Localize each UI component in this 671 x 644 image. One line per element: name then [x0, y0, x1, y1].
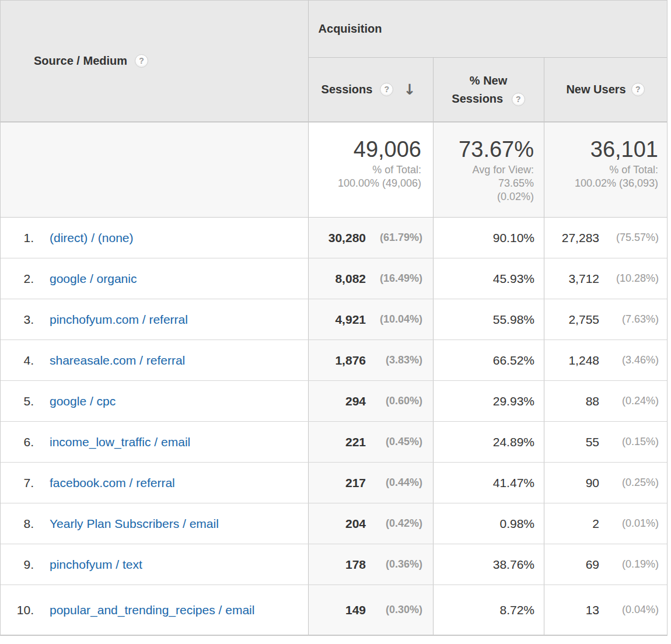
- help-icon[interactable]: ?: [512, 93, 525, 106]
- new-sessions-header-line1[interactable]: % New: [452, 72, 525, 90]
- source-medium-cell: 1. (direct) / (none): [1, 218, 308, 258]
- new-users-percent: (0.01%): [599, 517, 659, 530]
- summary-new-users-cell: 36,101 % of Total: 100.02% (36,093): [544, 123, 667, 217]
- source-medium-link[interactable]: google / cpc: [50, 393, 116, 409]
- new-users-value: 2,755: [568, 313, 599, 327]
- sessions-cell: 30,280 (61.79%): [308, 218, 433, 258]
- new-sessions-header-line2[interactable]: Sessions: [452, 92, 503, 105]
- sessions-cell: 204 (0.42%): [308, 503, 433, 544]
- sessions-header-label[interactable]: Sessions: [321, 83, 373, 96]
- table-row: 7. facebook.com / referral 217 (0.44%) 4…: [1, 463, 667, 503]
- help-icon[interactable]: ?: [135, 54, 148, 68]
- source-medium-cell: 9. pinchofyum / text: [1, 544, 308, 584]
- sessions-value: 4,921: [335, 313, 366, 327]
- sessions-cell: 178 (0.36%): [308, 544, 433, 584]
- new-users-header-label[interactable]: New Users: [566, 83, 625, 96]
- new-users-value: 69: [586, 558, 599, 572]
- sessions-value: 1,876: [335, 354, 366, 368]
- new-users-cell: 69 (0.19%): [544, 544, 667, 584]
- new-users-percent: (75.57%): [599, 232, 659, 244]
- new-users-percent: (0.24%): [599, 395, 659, 407]
- sessions-total: 49,006: [309, 137, 421, 162]
- sessions-percent: (16.49%): [366, 272, 422, 285]
- source-medium-link[interactable]: facebook.com / referral: [50, 475, 175, 491]
- column-header-new-users[interactable]: New Users ?: [544, 58, 667, 121]
- dimension-header-label[interactable]: Source / Medium: [34, 54, 127, 68]
- new-sessions-cell: 29.93%: [433, 381, 544, 421]
- table-row: 4. shareasale.com / referral 1,876 (3.83…: [1, 340, 667, 381]
- new-users-value: 3,712: [568, 272, 599, 286]
- sessions-value: 30,280: [328, 231, 366, 245]
- source-medium-link[interactable]: pinchofyum / text: [50, 556, 142, 572]
- new-users-cell: 2 (0.01%): [544, 503, 667, 544]
- sessions-percent: (0.60%): [366, 395, 422, 407]
- new-users-percent: (10.28%): [599, 272, 659, 285]
- sessions-cell: 4,921 (10.04%): [308, 299, 433, 340]
- new-sessions-cell: 41.47%: [433, 463, 544, 503]
- source-medium-cell: 6. income_low_traffic / email: [1, 422, 308, 462]
- new-users-value: 88: [586, 394, 599, 408]
- table-body: 1. (direct) / (none) 30,280 (61.79%) 90.…: [1, 218, 667, 635]
- new-sessions-average: 73.67%: [434, 137, 534, 162]
- source-medium-cell: 5. google / cpc: [1, 381, 308, 421]
- new-users-value: 27,283: [562, 231, 599, 245]
- new-users-value: 13: [586, 603, 599, 617]
- new-users-value: 1,248: [568, 354, 599, 368]
- new-sessions-cell: 24.89%: [433, 422, 544, 462]
- new-sessions-value: 90.10%: [493, 231, 534, 245]
- new-users-total: 36,101: [544, 137, 658, 162]
- sessions-value: 294: [345, 394, 366, 408]
- new-users-cell: 13 (0.04%): [544, 585, 667, 635]
- new-sessions-value: 24.89%: [493, 435, 534, 449]
- new-sessions-cell: 38.76%: [433, 544, 544, 584]
- new-users-cell: 55 (0.15%): [544, 422, 667, 462]
- row-rank: 2.: [1, 272, 34, 286]
- new-users-cell: 88 (0.24%): [544, 381, 667, 421]
- sessions-value: 217: [345, 476, 366, 490]
- table-row: 10. popular_and_trending_recipes / email…: [1, 585, 667, 635]
- row-rank: 5.: [1, 394, 34, 408]
- row-rank: 1.: [1, 231, 34, 245]
- column-header-new-sessions[interactable]: % New Sessions ?: [433, 58, 544, 121]
- sort-descending-icon[interactable]: ↓: [403, 82, 415, 97]
- source-medium-link[interactable]: pinchofyum.com / referral: [50, 312, 188, 327]
- sessions-percent: (0.36%): [366, 558, 422, 570]
- sessions-percent: (0.42%): [366, 517, 422, 530]
- new-users-cell: 1,248 (3.46%): [544, 340, 667, 380]
- sessions-value: 178: [345, 558, 366, 572]
- source-medium-link[interactable]: shareasale.com / referral: [50, 352, 185, 368]
- row-rank: 7.: [1, 476, 34, 490]
- source-medium-cell: 8. Yearly Plan Subscribers / email: [1, 503, 308, 544]
- source-medium-link[interactable]: (direct) / (none): [50, 230, 134, 246]
- sessions-cell: 1,876 (3.83%): [308, 340, 433, 380]
- new-sessions-avg-value: 73.65%: [434, 177, 534, 190]
- sessions-cell: 149 (0.30%): [308, 585, 433, 635]
- new-sessions-cell: 0.98%: [433, 503, 544, 544]
- new-sessions-cell: 8.72%: [433, 585, 544, 635]
- summary-new-sessions-cell: 73.67% Avg for View: 73.65% (0.02%): [433, 123, 544, 217]
- new-users-percent: (0.04%): [599, 604, 659, 616]
- new-sessions-value: 45.93%: [493, 272, 534, 286]
- table-row: 1. (direct) / (none) 30,280 (61.79%) 90.…: [1, 218, 667, 258]
- summary-dimension-cell: [1, 123, 308, 217]
- source-medium-link[interactable]: Yearly Plan Subscribers / email: [50, 516, 219, 531]
- sessions-percent: (0.30%): [366, 604, 422, 616]
- column-header-sessions[interactable]: Sessions ? ↓: [308, 58, 433, 121]
- new-sessions-value: 41.47%: [493, 476, 534, 490]
- acquisition-group-label: Acquisition: [319, 22, 382, 36]
- help-icon[interactable]: ?: [631, 83, 645, 96]
- sessions-percent: (61.79%): [366, 232, 422, 244]
- source-medium-link[interactable]: popular_and_trending_recipes / email: [50, 602, 254, 618]
- source-medium-link[interactable]: income_low_traffic / email: [50, 434, 190, 450]
- row-rank: 8.: [1, 517, 34, 531]
- table-header: Source / Medium ? Acquisition Sessions ?…: [1, 1, 667, 123]
- source-medium-link[interactable]: google / organic: [50, 271, 137, 286]
- sessions-total-caption: % of Total:: [309, 163, 421, 177]
- sessions-percent: (3.83%): [366, 354, 422, 366]
- help-icon[interactable]: ?: [380, 83, 393, 96]
- new-users-percent: (3.46%): [599, 354, 659, 366]
- sessions-percent: (0.45%): [366, 436, 422, 448]
- new-users-cell: 90 (0.25%): [544, 463, 667, 503]
- sessions-cell: 221 (0.45%): [308, 422, 433, 462]
- source-medium-cell: 10. popular_and_trending_recipes / email: [1, 585, 308, 635]
